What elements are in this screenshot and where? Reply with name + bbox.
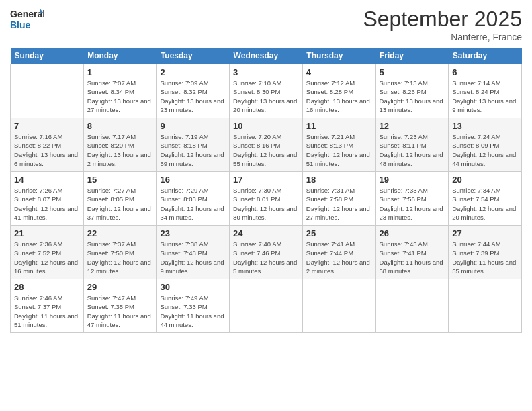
- day-header-thursday: Thursday: [302, 48, 375, 64]
- calendar-cell: 19 Sunrise: 7:33 AM Sunset: 7:56 PM Dayl…: [375, 172, 449, 226]
- date-number: 26: [380, 228, 445, 238]
- date-number: 28: [14, 282, 80, 292]
- calendar-cell: 1 Sunrise: 7:07 AM Sunset: 8:34 PM Dayli…: [83, 64, 157, 118]
- calendar-table: SundayMondayTuesdayWednesdayThursdayFrid…: [10, 48, 522, 333]
- calendar-cell: 27 Sunrise: 7:44 AM Sunset: 7:39 PM Dayl…: [449, 226, 522, 279]
- calendar-cell: 16 Sunrise: 7:29 AM Sunset: 8:03 PM Dayl…: [157, 172, 230, 226]
- date-number: 9: [160, 121, 226, 131]
- calendar-cell: 11 Sunrise: 7:21 AM Sunset: 8:13 PM Dayl…: [302, 118, 375, 172]
- cell-info: Sunrise: 7:44 AM Sunset: 7:39 PM Dayligh…: [452, 240, 518, 275]
- calendar-cell: [375, 279, 449, 333]
- calendar-cell: 15 Sunrise: 7:27 AM Sunset: 8:05 PM Dayl…: [83, 172, 157, 226]
- week-row-2: 7 Sunrise: 7:16 AM Sunset: 8:22 PM Dayli…: [11, 118, 522, 172]
- date-number: 14: [14, 175, 80, 185]
- date-number: 20: [452, 175, 518, 185]
- calendar-cell: 25 Sunrise: 7:41 AM Sunset: 7:44 PM Dayl…: [302, 226, 375, 279]
- calendar-cell: 13 Sunrise: 7:24 AM Sunset: 8:09 PM Dayl…: [449, 118, 522, 172]
- cell-info: Sunrise: 7:14 AM Sunset: 8:24 PM Dayligh…: [452, 79, 518, 114]
- date-number: 11: [306, 121, 372, 131]
- cell-info: Sunrise: 7:24 AM Sunset: 8:09 PM Dayligh…: [452, 132, 518, 168]
- week-row-5: 28 Sunrise: 7:46 AM Sunset: 7:37 PM Dayl…: [11, 279, 522, 333]
- calendar-cell: 30 Sunrise: 7:49 AM Sunset: 7:33 PM Dayl…: [157, 279, 230, 333]
- date-number: 21: [14, 228, 80, 238]
- cell-info: Sunrise: 7:36 AM Sunset: 7:52 PM Dayligh…: [14, 240, 80, 275]
- calendar-cell: 12 Sunrise: 7:23 AM Sunset: 8:11 PM Dayl…: [375, 118, 449, 172]
- cell-info: Sunrise: 7:43 AM Sunset: 7:41 PM Dayligh…: [380, 240, 445, 275]
- cell-info: Sunrise: 7:12 AM Sunset: 8:28 PM Dayligh…: [306, 79, 372, 114]
- header-row: SundayMondayTuesdayWednesdayThursdayFrid…: [11, 48, 522, 64]
- cell-info: Sunrise: 7:31 AM Sunset: 7:58 PM Dayligh…: [306, 186, 372, 222]
- logo-svg: General Blue: [10, 7, 44, 32]
- cell-info: Sunrise: 7:27 AM Sunset: 8:05 PM Dayligh…: [87, 186, 153, 222]
- cell-info: Sunrise: 7:10 AM Sunset: 8:30 PM Dayligh…: [233, 79, 299, 114]
- svg-text:Blue: Blue: [10, 19, 31, 30]
- calendar-cell: 6 Sunrise: 7:14 AM Sunset: 8:24 PM Dayli…: [449, 64, 522, 118]
- day-header-tuesday: Tuesday: [157, 48, 230, 64]
- calendar-cell: 24 Sunrise: 7:40 AM Sunset: 7:46 PM Dayl…: [230, 226, 303, 279]
- calendar-cell: 21 Sunrise: 7:36 AM Sunset: 7:52 PM Dayl…: [11, 226, 84, 279]
- calendar-cell: 14 Sunrise: 7:26 AM Sunset: 8:07 PM Dayl…: [11, 172, 84, 226]
- main-title: September 2025: [363, 7, 522, 32]
- cell-info: Sunrise: 7:17 AM Sunset: 8:20 PM Dayligh…: [87, 132, 153, 168]
- date-number: 2: [160, 67, 226, 77]
- calendar-cell: 8 Sunrise: 7:17 AM Sunset: 8:20 PM Dayli…: [83, 118, 157, 172]
- calendar-cell: 3 Sunrise: 7:10 AM Sunset: 8:30 PM Dayli…: [230, 64, 303, 118]
- day-header-monday: Monday: [83, 48, 157, 64]
- cell-info: Sunrise: 7:49 AM Sunset: 7:33 PM Dayligh…: [160, 293, 226, 329]
- date-number: 25: [306, 228, 372, 238]
- date-number: 29: [87, 282, 153, 292]
- date-number: 7: [14, 121, 80, 131]
- calendar-cell: 22 Sunrise: 7:37 AM Sunset: 7:50 PM Dayl…: [83, 226, 157, 279]
- cell-info: Sunrise: 7:21 AM Sunset: 8:13 PM Dayligh…: [306, 132, 372, 168]
- calendar-cell: 9 Sunrise: 7:19 AM Sunset: 8:18 PM Dayli…: [157, 118, 230, 172]
- date-number: 1: [87, 67, 153, 77]
- date-number: 8: [87, 121, 153, 131]
- cell-info: Sunrise: 7:23 AM Sunset: 8:11 PM Dayligh…: [380, 132, 445, 168]
- week-row-3: 14 Sunrise: 7:26 AM Sunset: 8:07 PM Dayl…: [11, 172, 522, 226]
- calendar-cell: 2 Sunrise: 7:09 AM Sunset: 8:32 PM Dayli…: [157, 64, 230, 118]
- date-number: 19: [380, 175, 445, 185]
- day-header-saturday: Saturday: [449, 48, 522, 64]
- calendar-cell: [230, 279, 303, 333]
- cell-info: Sunrise: 7:34 AM Sunset: 7:54 PM Dayligh…: [452, 186, 518, 222]
- calendar-cell: 26 Sunrise: 7:43 AM Sunset: 7:41 PM Dayl…: [375, 226, 449, 279]
- header: General Blue September 2025 Nanterre, Fr…: [10, 7, 522, 42]
- svg-text:General: General: [10, 9, 44, 19]
- cell-info: Sunrise: 7:19 AM Sunset: 8:18 PM Dayligh…: [160, 132, 226, 168]
- cell-info: Sunrise: 7:26 AM Sunset: 8:07 PM Dayligh…: [14, 186, 80, 222]
- title-block: September 2025 Nanterre, France: [363, 7, 522, 42]
- date-number: 13: [452, 121, 518, 131]
- date-number: 23: [160, 228, 226, 238]
- day-header-sunday: Sunday: [11, 48, 84, 64]
- cell-info: Sunrise: 7:16 AM Sunset: 8:22 PM Dayligh…: [14, 132, 80, 168]
- date-number: 16: [160, 175, 226, 185]
- cell-info: Sunrise: 7:07 AM Sunset: 8:34 PM Dayligh…: [87, 79, 153, 114]
- date-number: 4: [306, 67, 372, 77]
- calendar-cell: 7 Sunrise: 7:16 AM Sunset: 8:22 PM Dayli…: [11, 118, 84, 172]
- calendar-cell: [302, 279, 375, 333]
- calendar-cell: 20 Sunrise: 7:34 AM Sunset: 7:54 PM Dayl…: [449, 172, 522, 226]
- cell-info: Sunrise: 7:37 AM Sunset: 7:50 PM Dayligh…: [87, 240, 153, 275]
- cell-info: Sunrise: 7:47 AM Sunset: 7:35 PM Dayligh…: [87, 293, 153, 329]
- calendar-cell: 23 Sunrise: 7:38 AM Sunset: 7:48 PM Dayl…: [157, 226, 230, 279]
- cell-info: Sunrise: 7:46 AM Sunset: 7:37 PM Dayligh…: [14, 293, 80, 329]
- date-number: 17: [233, 175, 299, 185]
- calendar-cell: 29 Sunrise: 7:47 AM Sunset: 7:35 PM Dayl…: [83, 279, 157, 333]
- day-header-friday: Friday: [375, 48, 449, 64]
- date-number: 18: [306, 175, 372, 185]
- page: General Blue September 2025 Nanterre, Fr…: [0, 0, 532, 411]
- logo: General Blue: [10, 7, 44, 32]
- cell-info: Sunrise: 7:09 AM Sunset: 8:32 PM Dayligh…: [160, 79, 226, 114]
- date-number: 30: [160, 282, 226, 292]
- date-number: 5: [380, 67, 445, 77]
- cell-info: Sunrise: 7:30 AM Sunset: 8:01 PM Dayligh…: [233, 186, 299, 222]
- day-header-wednesday: Wednesday: [230, 48, 303, 64]
- cell-info: Sunrise: 7:13 AM Sunset: 8:26 PM Dayligh…: [380, 79, 445, 114]
- date-number: 12: [380, 121, 445, 131]
- date-number: 15: [87, 175, 153, 185]
- calendar-cell: 28 Sunrise: 7:46 AM Sunset: 7:37 PM Dayl…: [11, 279, 84, 333]
- date-number: 22: [87, 228, 153, 238]
- cell-info: Sunrise: 7:40 AM Sunset: 7:46 PM Dayligh…: [233, 240, 299, 275]
- calendar-cell: 10 Sunrise: 7:20 AM Sunset: 8:16 PM Dayl…: [230, 118, 303, 172]
- date-number: 10: [233, 121, 299, 131]
